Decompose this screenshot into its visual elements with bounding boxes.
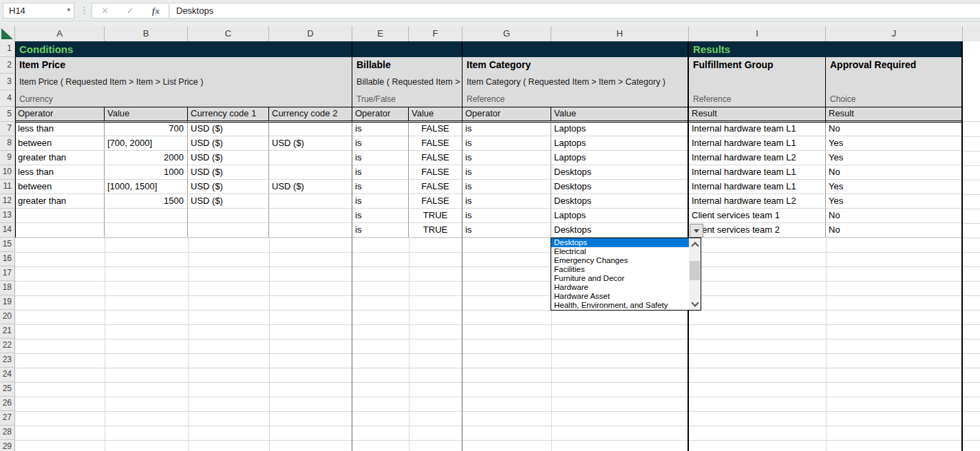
dropdown-item-electrical[interactable]: Electrical xyxy=(551,247,689,256)
cell-B8[interactable]: [700, 2000] xyxy=(105,136,188,151)
dropdown-item-desktops[interactable]: Desktops xyxy=(551,238,689,247)
cell-H9[interactable]: Laptops xyxy=(551,151,689,165)
row-header-27[interactable]: 27 xyxy=(0,411,15,426)
cell-J13[interactable]: No xyxy=(826,209,963,223)
cell-H14[interactable]: Desktops xyxy=(551,223,689,238)
cell-F10[interactable]: FALSE xyxy=(409,165,462,180)
cell-F13[interactable]: TRUE xyxy=(409,209,462,223)
cell-E9[interactable]: is xyxy=(352,151,409,165)
cell-H13[interactable]: Laptops xyxy=(551,209,689,223)
row-header-13[interactable]: 13 xyxy=(0,209,15,223)
column-header-H[interactable]: H xyxy=(551,26,689,41)
cell-B10[interactable]: 1000 xyxy=(105,165,188,180)
cell-F8[interactable]: FALSE xyxy=(409,136,462,151)
cell-J9[interactable]: Yes xyxy=(826,151,963,165)
cell-D13[interactable] xyxy=(269,209,352,223)
cell-G14[interactable]: is xyxy=(462,223,551,238)
cell-E11[interactable]: is xyxy=(352,180,409,194)
row-header-24[interactable]: 24 xyxy=(0,368,15,382)
field-group-billable[interactable]: Billable Billable ( Requested Item > Bi … xyxy=(352,57,462,107)
header-cell-F5[interactable]: Value xyxy=(409,107,462,120)
scroll-up-button[interactable] xyxy=(689,238,701,250)
cell-H8[interactable]: Laptops xyxy=(551,136,689,151)
row-header-2[interactable]: 2 xyxy=(0,57,15,74)
cell-E14[interactable]: is xyxy=(352,223,409,238)
scroll-down-button[interactable] xyxy=(689,298,701,310)
cell-C11[interactable]: USD ($) xyxy=(188,180,269,194)
cell-E13[interactable]: is xyxy=(352,209,409,223)
cell-J7[interactable]: No xyxy=(826,122,963,136)
cell-dropdown-button[interactable] xyxy=(690,224,703,238)
dropdown-scrollbar[interactable] xyxy=(689,238,701,310)
cell-G9[interactable]: is xyxy=(462,151,551,165)
cell-A14[interactable] xyxy=(15,223,105,238)
cell-F9[interactable]: FALSE xyxy=(409,151,462,165)
row-header-10[interactable]: 10 xyxy=(0,165,15,180)
cell-C8[interactable]: USD ($) xyxy=(188,136,269,151)
cell-J11[interactable]: Yes xyxy=(826,180,963,194)
enter-icon[interactable]: ✓ xyxy=(127,6,134,16)
header-cell-B5[interactable]: Value xyxy=(105,107,188,120)
cell-H7[interactable]: Laptops xyxy=(551,122,689,136)
dropdown-item-emergency-changes[interactable]: Emergency Changes xyxy=(551,256,689,265)
section-title-row[interactable]: Conditions Results xyxy=(15,41,963,57)
cell-E10[interactable]: is xyxy=(352,165,409,180)
cell-I12[interactable]: Internal hardware team L2 xyxy=(689,194,826,209)
row-header-29[interactable]: 29 xyxy=(0,440,15,451)
cell-A9[interactable]: greater than xyxy=(15,151,105,165)
field-group-item-price[interactable]: Item Price Item Price ( Requested Item >… xyxy=(15,57,352,107)
cell-A10[interactable]: less than xyxy=(15,165,105,180)
row-header-4[interactable]: 4 xyxy=(0,90,15,107)
select-all-button[interactable] xyxy=(0,26,15,41)
cell-G7[interactable]: is xyxy=(462,122,551,136)
cell-B11[interactable]: [1000, 1500] xyxy=(105,180,188,194)
cell-D11[interactable]: USD ($) xyxy=(269,180,352,194)
column-header-J[interactable]: J xyxy=(826,26,963,41)
row-header-17[interactable]: 17 xyxy=(0,266,15,281)
cell-E12[interactable]: is xyxy=(352,194,409,209)
cell-C12[interactable]: USD ($) xyxy=(188,194,269,209)
cell-I13[interactable]: Client services team 1 xyxy=(689,209,826,223)
cell-C7[interactable]: USD ($) xyxy=(188,122,269,136)
column-header-G[interactable]: G xyxy=(462,26,551,41)
cell-J14[interactable]: No xyxy=(826,223,963,238)
cell-A13[interactable] xyxy=(15,209,105,223)
dropdown-item-hardware[interactable]: Hardware xyxy=(551,283,689,292)
cell-B7[interactable]: 700 xyxy=(105,122,188,136)
row-header-18[interactable]: 18 xyxy=(0,281,15,295)
cancel-icon[interactable]: ✕ xyxy=(101,6,109,16)
cell-I7[interactable]: Internal hardware team L1 xyxy=(689,122,826,136)
row-header-8[interactable]: 8 xyxy=(0,136,15,151)
cell-E8[interactable]: is xyxy=(352,136,409,151)
cell-D8[interactable]: USD ($) xyxy=(269,136,352,151)
cell-A12[interactable]: greater than xyxy=(15,194,105,209)
insert-function-icon[interactable]: fx xyxy=(152,6,160,17)
column-header-B[interactable]: B xyxy=(105,26,188,41)
cell-J10[interactable]: No xyxy=(826,165,963,180)
cell-A8[interactable]: between xyxy=(15,136,105,151)
dropdown-item-hardware-asset[interactable]: Hardware Asset xyxy=(551,292,689,301)
row-header-5[interactable]: 5 xyxy=(0,107,15,122)
row-header-7[interactable]: 7 xyxy=(0,122,15,136)
header-cell-E5[interactable]: Operator xyxy=(352,107,409,120)
cell-F14[interactable]: TRUE xyxy=(409,223,462,238)
column-header-E[interactable]: E xyxy=(352,26,409,41)
cell-H11[interactable]: Desktops xyxy=(551,180,689,194)
row-header-12[interactable]: 12 xyxy=(0,194,15,209)
cell-D10[interactable] xyxy=(269,165,352,180)
cell-A7[interactable]: less than xyxy=(15,122,105,136)
cell-C14[interactable] xyxy=(188,223,269,238)
row-header-3[interactable]: 3 xyxy=(0,74,15,90)
field-group-approval-required[interactable]: Approval Required Choice xyxy=(826,57,963,107)
cell-C9[interactable]: USD ($) xyxy=(188,151,269,165)
cell-J12[interactable]: Yes xyxy=(826,194,963,209)
cell-F7[interactable]: FALSE xyxy=(409,122,462,136)
row-header-1[interactable]: 1 xyxy=(0,41,15,57)
name-box[interactable]: H14 ▾ xyxy=(3,3,74,19)
header-cell-A5[interactable]: Operator xyxy=(15,107,105,120)
cell-I8[interactable]: Internal hardware team L1 xyxy=(689,136,826,151)
row-header-15[interactable]: 15 xyxy=(0,238,15,252)
cell-A11[interactable]: between xyxy=(15,180,105,194)
cell-C13[interactable] xyxy=(188,209,269,223)
cell-D12[interactable] xyxy=(269,194,352,209)
